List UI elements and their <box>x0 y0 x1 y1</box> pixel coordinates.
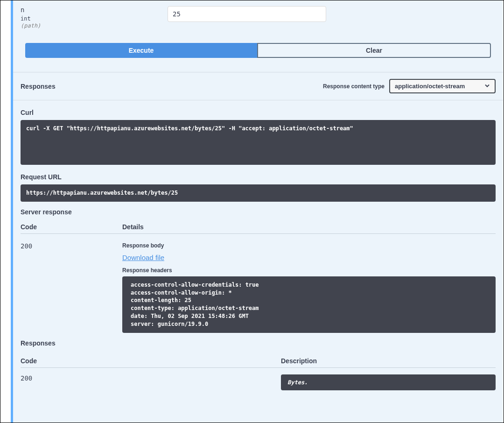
request-url-label: Request URL <box>21 173 496 181</box>
response-content-type-group: Response content type application/octet-… <box>323 79 496 93</box>
download-file-link[interactable]: Download file <box>122 254 164 261</box>
doc-code-column-header: Code <box>21 357 281 365</box>
execute-button[interactable]: Execute <box>25 43 257 58</box>
parameter-in: (path) <box>21 22 168 29</box>
response-content-type-value: application/octet-stream <box>395 83 465 90</box>
parameter-name: n <box>21 6 168 14</box>
doc-response-description: Bytes. <box>281 374 496 390</box>
chevron-down-icon <box>484 83 490 90</box>
parameter-meta: n int (path) <box>21 6 168 29</box>
response-details: Response body Download file Response hea… <box>122 242 496 333</box>
curl-label: Curl <box>21 109 496 116</box>
parameter-row: n int (path) <box>13 0 503 43</box>
response-headers-label: Response headers <box>122 267 496 274</box>
swagger-operation-panel: n int (path) Execute Clear Responses Res… <box>0 0 504 423</box>
documented-responses-row: 200 Bytes. <box>13 368 503 390</box>
response-headers-block[interactable]: access-control-allow-credentials: true a… <box>122 276 496 333</box>
parameter-type: int <box>21 15 168 22</box>
doc-response-code: 200 <box>21 374 281 390</box>
code-column-header: Code <box>21 223 122 231</box>
server-response-label: Server response <box>21 208 496 216</box>
responses-header-bar: Responses Response content type applicat… <box>13 72 503 100</box>
response-body-label: Response body <box>122 242 496 249</box>
parameter-value-input[interactable] <box>168 6 326 22</box>
operation-body: n int (path) Execute Clear Responses Res… <box>13 0 503 423</box>
curl-section: Curl curl -X GET "https://httpapianu.azu… <box>13 100 503 165</box>
curl-command-block[interactable]: curl -X GET "https://httpapianu.azureweb… <box>21 120 496 165</box>
response-content-type-select[interactable]: application/octet-stream <box>389 79 496 93</box>
details-column-header: Details <box>122 223 496 231</box>
server-response-table-header: Code Details <box>13 223 503 231</box>
response-code: 200 <box>21 242 122 333</box>
request-url-block[interactable]: https://httpapianu.azurewebsites.net/byt… <box>21 184 496 202</box>
action-button-row: Execute Clear <box>13 43 503 72</box>
doc-description-column-header: Description <box>281 357 496 365</box>
response-content-type-label: Response content type <box>323 83 385 90</box>
request-url-section: Request URL https://httpapianu.azurewebs… <box>13 165 503 202</box>
documented-responses-label: Responses <box>21 339 496 347</box>
page-margin <box>0 0 11 423</box>
clear-button[interactable]: Clear <box>257 43 491 58</box>
documented-responses-section: Responses <box>13 333 503 347</box>
server-response-row: 200 Response body Download file Response… <box>13 234 503 333</box>
server-response-section: Server response <box>13 202 503 216</box>
doc-response-description-wrap: Bytes. <box>281 374 496 390</box>
responses-title: Responses <box>21 83 56 90</box>
documented-responses-table-header: Code Description <box>13 351 503 365</box>
